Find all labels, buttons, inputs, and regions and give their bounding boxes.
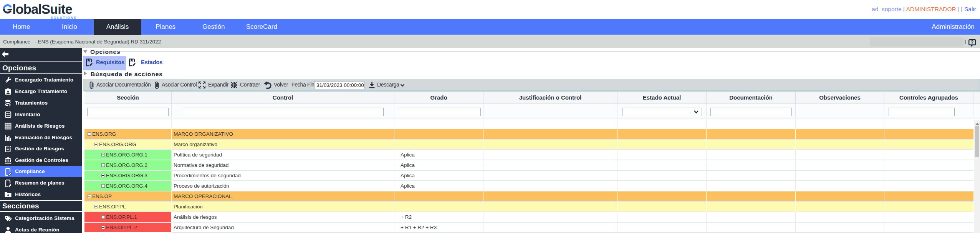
svg-text:?: ? [971, 40, 973, 45]
